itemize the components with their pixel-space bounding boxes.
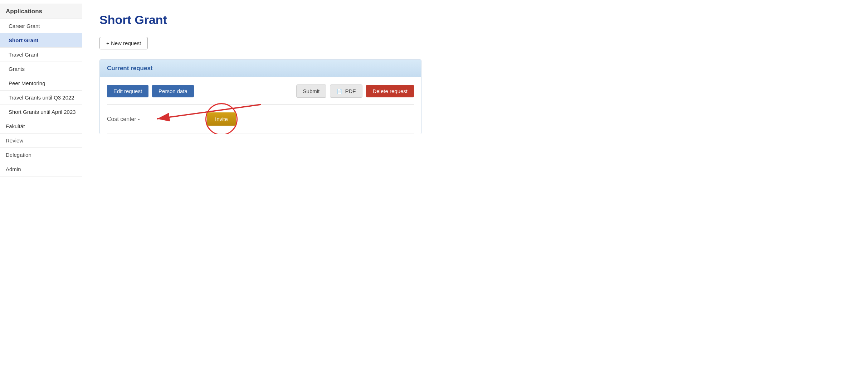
sidebar: Applications Career Grant Short Grant Tr… xyxy=(0,0,82,373)
sidebar-item-short-grant[interactable]: Short Grant xyxy=(0,33,82,48)
delete-request-button[interactable]: Delete request xyxy=(366,85,414,97)
sidebar-item-travel-grant[interactable]: Travel Grant xyxy=(0,48,82,62)
edit-request-button[interactable]: Edit request xyxy=(107,85,148,97)
submit-button[interactable]: Submit xyxy=(296,84,327,98)
page-title: Short Grant xyxy=(99,13,851,27)
person-data-button[interactable]: Person data xyxy=(152,85,194,97)
new-request-button[interactable]: + New request xyxy=(99,37,148,49)
sidebar-item-review[interactable]: Review xyxy=(0,134,82,148)
sidebar-item-career-grant[interactable]: Career Grant xyxy=(0,19,82,33)
sidebar-item-short-grants-april[interactable]: Short Grants until April 2023 xyxy=(0,105,82,119)
panel-header: Current request xyxy=(100,60,421,77)
invite-container: Invite xyxy=(207,112,236,126)
panel-body: Edit request Person data Submit 📄 PDF De… xyxy=(100,77,421,134)
action-buttons-row: Edit request Person data Submit 📄 PDF De… xyxy=(107,84,414,105)
invite-button[interactable]: Invite xyxy=(207,112,236,126)
cost-center-label: Cost center - xyxy=(107,116,186,122)
main-content: Short Grant + New request Current reques… xyxy=(82,0,868,373)
sidebar-item-peer-mentoring[interactable]: Peer Mentoring xyxy=(0,76,82,91)
sidebar-item-grants[interactable]: Grants xyxy=(0,62,82,76)
cost-center-row: Cost center - Invite xyxy=(107,105,414,134)
current-request-panel: Current request Edit request Person data… xyxy=(99,59,421,134)
pdf-button[interactable]: 📄 PDF xyxy=(330,84,362,98)
sidebar-item-admin[interactable]: Admin xyxy=(0,162,82,176)
sidebar-item-delegation[interactable]: Delegation xyxy=(0,148,82,162)
sidebar-item-fakultat[interactable]: Fakultät xyxy=(0,119,82,134)
sidebar-section-applications: Applications xyxy=(0,4,82,19)
pdf-icon: 📄 xyxy=(337,89,342,94)
sidebar-item-travel-grants-q3[interactable]: Travel Grants until Q3 2022 xyxy=(0,91,82,105)
